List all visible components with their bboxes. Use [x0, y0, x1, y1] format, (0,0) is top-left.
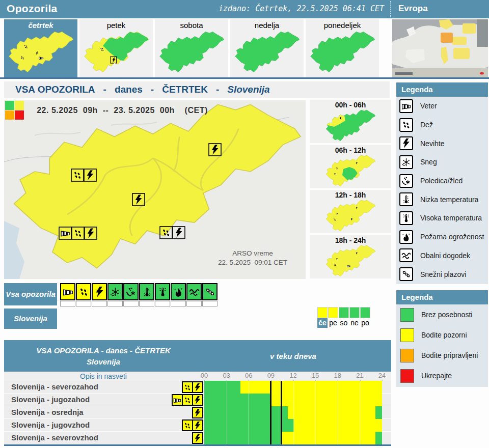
day-tab-ponedeljek[interactable]: ponedeljek [306, 19, 379, 77]
day-button-po[interactable]: po [360, 307, 370, 328]
filter-wind-button[interactable] [60, 283, 75, 306]
hour-label: 09 [267, 372, 275, 379]
period-00-06: 00h - 06h [310, 100, 391, 143]
description-header[interactable]: Opis in nasveti [4, 372, 203, 381]
europe-map [392, 19, 488, 77]
gridline [338, 419, 338, 432]
header-bar: Opozorila izdano: Četrtek, 22.5.2025 06:… [0, 0, 489, 18]
filter-avalanche-button[interactable] [202, 283, 218, 306]
warning-row-1[interactable]: Slovenija - jugozahod [4, 394, 391, 406]
map-source: ARSO vreme [232, 249, 273, 257]
hour-label: 00 [201, 372, 208, 379]
timeline-segment-yellow [270, 394, 382, 406]
title-day: ČETRTEK [162, 84, 208, 95]
gridline [360, 406, 360, 419]
current-time-line [281, 406, 282, 419]
warning-row-0[interactable]: Slovenija - severozahod [4, 381, 391, 394]
current-time-line [281, 394, 282, 406]
filter-low-temp-button[interactable] [139, 283, 154, 306]
legend-level-orange: Bodite pripravljeni [396, 345, 488, 366]
day-button-so[interactable]: so [339, 307, 349, 328]
day-level-swatch [360, 307, 370, 318]
legend-level-yellow: Bodite pozorni [396, 325, 488, 345]
day-button-label: pe [328, 318, 338, 328]
row-warning-icons [183, 381, 203, 394]
main-warning-map[interactable]: 22. 5.2025 09h -- 23. 5.2025 00h (CET) A… [4, 100, 306, 279]
region-button[interactable]: Slovenija [4, 309, 57, 329]
row-label: Slovenija - osrednja [11, 406, 84, 418]
period-map-00-06 [325, 109, 376, 143]
day-button-label: če [317, 318, 328, 328]
wind-icon [63, 287, 73, 297]
rain-icon [182, 394, 193, 406]
day-tab-petek[interactable]: petek [79, 19, 153, 77]
low-temp-icon [399, 192, 413, 206]
filter-fire-button[interactable] [171, 283, 186, 306]
slovenia-map-ponedeljek [309, 31, 375, 75]
legend-levels-list: Brez posebnostiBodite pozorniBodite prip… [396, 304, 488, 386]
day-tab-nedelja[interactable]: nedelja [230, 19, 304, 77]
high-temp-icon [157, 287, 168, 297]
filter-high-temp-button[interactable] [155, 283, 170, 306]
slovenia-map-nedelja [234, 31, 300, 75]
legend-icons-panel: Legenda VeterDežNevihteSnegPoledica/žled… [396, 82, 488, 284]
rain-icon [399, 118, 413, 132]
all-warnings-button[interactable]: Vsa opozorila [4, 283, 57, 305]
gridline [293, 432, 294, 444]
gridline [360, 432, 360, 444]
filter-coastal-button[interactable] [186, 283, 202, 306]
gridline [293, 394, 294, 406]
day-button-pe[interactable]: pe [328, 307, 338, 328]
europe-link[interactable]: Evropa [398, 4, 428, 14]
period-map-06-12 [325, 155, 376, 188]
filter-storm-button[interactable] [92, 283, 107, 306]
map-valid-range: 22. 5.2025 09h -- 23. 5.2025 00h (CET) [37, 106, 208, 115]
period-label: 18h - 24h [310, 236, 391, 244]
warning-row-4[interactable]: Slovenija - severovzhod [4, 432, 391, 444]
gridline [293, 381, 294, 394]
title-today: danes [115, 84, 143, 95]
timeline-segment-green [204, 432, 281, 444]
day-tab-cetrtek[interactable]: četrtek [4, 19, 77, 77]
avalanche-icon [399, 267, 413, 281]
gridline [338, 432, 338, 444]
map-source-time: 22. 5.2025 09:01 CET [218, 259, 287, 266]
warning-row-3[interactable]: Slovenija - jugovzhod [4, 419, 391, 432]
filter-ice-button[interactable] [123, 283, 139, 306]
current-time-line [281, 432, 282, 444]
hour-axis: 000306091215182124 [204, 372, 382, 381]
level-swatch [400, 349, 414, 362]
day-tab-label: nedelja [230, 21, 304, 30]
europe-map-thumbnail[interactable] [392, 19, 488, 77]
day-button-ne[interactable]: ne [349, 307, 360, 328]
day-tab-sobota[interactable]: sobota [155, 19, 228, 77]
day-level-swatch [317, 307, 328, 318]
slovenia-map-cetrtek [8, 31, 74, 75]
current-time-line [281, 381, 282, 394]
gridline [227, 419, 227, 432]
legend-item-coastal: Obalni dogodek [396, 246, 488, 265]
warning-row-2[interactable]: Slovenija - osrednja [4, 406, 391, 419]
fire-icon [399, 230, 413, 244]
day-button-če[interactable]: če [317, 307, 328, 328]
storm-icon [94, 287, 105, 297]
hour-label: 03 [223, 372, 230, 379]
wind-icon [172, 394, 183, 406]
gridline [249, 419, 249, 432]
row-timeline [204, 406, 382, 419]
gridline [360, 419, 360, 432]
gridline [315, 381, 316, 394]
timeline-segment-yellow [281, 432, 375, 444]
day-level-swatch [328, 307, 338, 318]
title-all-warnings: VSA OPOZORILA [15, 84, 95, 95]
warnings-table: VSA OPOZORILA - danes - ČETRTEK Slovenij… [4, 340, 391, 446]
slovenia-map-sobota [158, 31, 225, 75]
period-map-18-24 [325, 245, 376, 278]
filter-snow-button[interactable] [107, 283, 123, 306]
row-label: Slovenija - jugozahod [11, 394, 90, 406]
storm-icon [192, 432, 203, 444]
filter-rain-button[interactable] [76, 283, 91, 306]
row-timeline [204, 432, 382, 444]
filter-indicator [60, 301, 75, 306]
level-swatch [400, 369, 414, 383]
